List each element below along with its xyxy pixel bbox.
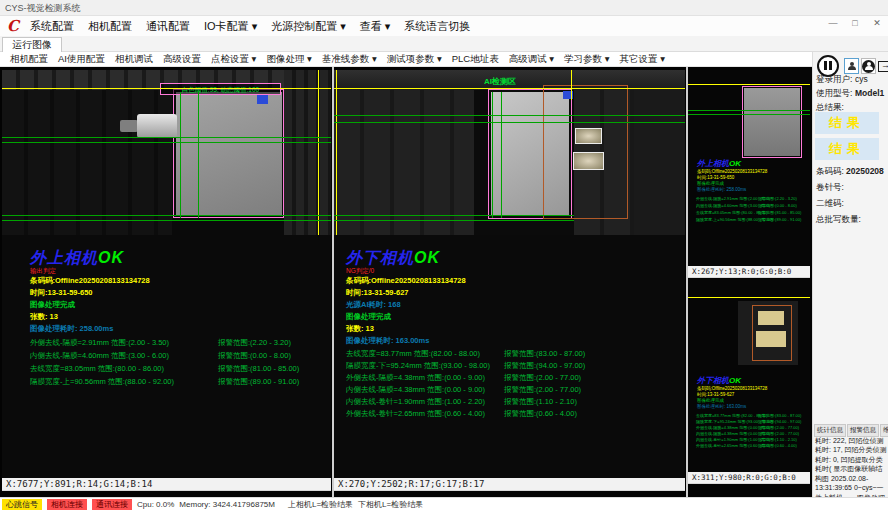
measurement-row: 隔膜宽度-下=95.24mm 范围:(93.00 - 98.00) 报警范围:(… <box>346 361 683 371</box>
tool-other-settings[interactable]: 其它设置 ▾ <box>620 52 665 66</box>
user-dark-icon <box>862 60 875 73</box>
thumbnail-view-bottom[interactable]: 外下相机OK 条码码:Offline20250208133134728 时间:1… <box>688 279 810 472</box>
menu-language-switch[interactable]: 系统语言切换 <box>404 16 470 36</box>
cursor-readout-thumb-bottom: X:311;Y:980;R:0;G:0;B:0 <box>688 472 810 484</box>
camera-title: 外上相机 <box>30 249 98 266</box>
camera-view-bottom[interactable]: AI检测区 外下相机OK NG判定/0 条码码:Offline202502081… <box>334 70 685 478</box>
tool-learning-params[interactable]: 学习参数 ▾ <box>564 52 609 66</box>
cursor-readout-left: X:7677;Y:891;R:14;G:14;B:14 <box>2 478 331 491</box>
tool-advanced-debug[interactable]: 高级调试 ▾ <box>509 52 554 66</box>
pin-number-label: 卷针号: <box>816 182 844 194</box>
mini-alarm: 报警范围:(0.00 - 8.00) <box>758 203 797 208</box>
tool-camera-config[interactable]: 相机配置 <box>10 52 48 66</box>
measurement-value: 内侧去线-隔膜=4.60mm 范围:(3.00 - 6.00) <box>30 351 169 360</box>
mini-measurement: 去线宽度=83.05mm 范围:(80.00 - 86.00) <box>696 210 767 215</box>
tool-advanced-settings[interactable]: 高级设置 <box>163 52 201 66</box>
heartbeat-badge: 心跳信号 <box>2 499 42 510</box>
app-logo-icon: C <box>7 17 19 35</box>
tool-baseline-params[interactable]: 基准线参数 ▾ <box>322 52 377 66</box>
green-hline <box>688 114 810 115</box>
yellow-hline <box>2 88 331 89</box>
mini-alarm: 报警范围:(1.10 - 2.10) <box>758 437 797 442</box>
mini-measurement-row: 外侧去线-隔膜=2.91mm 范围:(2.00 - 3.50) 报警范围:(2.… <box>696 196 809 201</box>
tool-test-item-params[interactable]: 测试项参数 ▾ <box>387 52 442 66</box>
mini-process-time: 图像处理耗时: 258.00ms <box>697 187 746 192</box>
model-value: Model1 <box>855 88 884 98</box>
info-sidebar: 登录用户: cys 使用型号: Model1 总结果: 结果 结果 条码码: 2… <box>812 52 888 497</box>
mini-process-done: 图像处理完成 <box>697 181 724 186</box>
tool-plc-address-table[interactable]: PLC地址表 <box>452 52 499 66</box>
logout-button[interactable] <box>878 58 888 74</box>
result-box-top: 结果 <box>815 112 879 134</box>
minimize-icon[interactable]: — <box>826 18 840 28</box>
process-done-line: 图像处理完成 <box>30 300 75 310</box>
close-icon[interactable]: ✕ <box>870 18 884 28</box>
mini-camera-title: 外下相机 <box>697 376 729 385</box>
result-ok: OK <box>414 249 440 266</box>
memory-usage: Memory: 3424.41796875M <box>179 500 275 509</box>
measurement-row: 隔膜宽度-上=90.56mm 范围:(88.00 - 92.00) 报警范围:(… <box>30 377 329 387</box>
batch-count-label: 总批写数量: <box>816 214 861 226</box>
mini-barcode: 条码码:Offline20250208133134728 <box>697 386 767 391</box>
measurement-row: 外侧去线-卷针=2.65mm 范围:(0.60 - 4.00) 报警范围:(0.… <box>346 409 683 419</box>
mini-alarm: 报警范围:(2.00 - 77.00) <box>758 425 799 430</box>
measurement-value: 隔膜宽度-上=90.56mm 范围:(88.00 - 92.00) <box>30 377 174 386</box>
measurement-alarm: 报警范围:(2.00 - 77.00) <box>504 373 581 383</box>
thumbnail-view-top[interactable]: 外上相机OK 条码码:Offline20250208133134728 时间:1… <box>688 70 810 266</box>
mini-time: 时间:13-31-59-650 <box>697 175 734 180</box>
green-vline <box>501 92 502 218</box>
status-bar: 心跳信号 相机连接 通讯连接 Cpu: 0.0% Memory: 3424.41… <box>0 497 888 511</box>
menu-system-config[interactable]: 系统配置 <box>30 16 74 36</box>
yellow-hline <box>334 88 685 89</box>
menu-view[interactable]: 查看 ▾ <box>360 16 391 36</box>
process-time-line: 图像处理耗时: 163.00ms <box>346 336 429 346</box>
top-camera-status: 上相机L=检验结果 <box>288 499 353 510</box>
green-vline <box>492 92 493 218</box>
menu-light-config[interactable]: 光源控制配置 ▾ <box>271 16 346 36</box>
measurement-row: 内侧去线-隔膜=4.38mm 范围:(0.00 - 9.00) 报警范围:(2.… <box>346 385 683 395</box>
measurement-value: 去线宽度=83.77mm 范围:(82.00 - 88.00) <box>346 349 480 358</box>
menu-comm-config[interactable]: 通讯配置 <box>146 16 190 36</box>
mini-time: 时间:13-31-59-627 <box>697 392 734 397</box>
tool-ai-usage-config[interactable]: AI使用配置 <box>58 52 105 66</box>
detection-rect-pink <box>173 89 284 218</box>
menu-bar: C 系统配置 相机配置 通讯配置 IO卡配置 ▾ 光源控制配置 ▾ 查看 ▾ 系… <box>0 16 888 36</box>
maximize-icon[interactable]: □ <box>848 18 862 28</box>
menu-camera-config[interactable]: 相机配置 <box>88 16 132 36</box>
measurement-alarm: 报警范围:(0.00 - 8.00) <box>218 351 291 361</box>
measurement-value: 内侧去线-隔膜=4.38mm 范围:(0.00 - 9.00) <box>346 385 485 394</box>
camera-view-top[interactable]: 白色阈值:93, 动态阈值:100 外上相机OK 输出判定 条码码:Offlin… <box>2 70 331 478</box>
green-hline <box>334 215 574 216</box>
tool-image-processing[interactable]: 图像处理 ▾ <box>266 52 311 66</box>
ai-time-line: 光源AI耗时: 168 <box>346 300 401 310</box>
measurement-alarm: 报警范围:(2.00 - 77.00) <box>504 385 581 395</box>
time-line: 时间:13-31-59-650 <box>30 288 93 298</box>
user-button[interactable] <box>844 58 859 74</box>
mini-camera-title: 外上相机 <box>697 159 729 168</box>
output-label: NG判定/0 <box>346 267 374 276</box>
tool-spot-check[interactable]: 点检设置 ▾ <box>211 52 256 66</box>
window-controls: — □ ✕ <box>826 18 884 28</box>
tab-run-image[interactable]: 运行图像 <box>2 37 62 52</box>
roller-arm <box>120 120 138 132</box>
result-ok: OK <box>98 249 124 266</box>
account-button[interactable] <box>861 58 876 74</box>
user-label: 登录用户: <box>816 74 852 86</box>
mini-result-ok: OK <box>729 159 741 168</box>
menu-items: 系统配置 相机配置 通讯配置 IO卡配置 ▾ 光源控制配置 ▾ 查看 ▾ 系统语… <box>30 16 470 36</box>
measurement-alarm: 报警范围:(89.00 - 91.00) <box>218 377 299 387</box>
mini-alarm: 报警范围:(94.00 - 97.00) <box>758 419 801 424</box>
user-icon <box>847 62 856 71</box>
green-hline <box>334 220 574 221</box>
mini-alarm: 报警范围:(2.00 - 77.00) <box>758 431 799 436</box>
measurement-row: 去线宽度=83.05mm 范围:(80.00 - 86.00) 报警范围:(81… <box>30 364 329 374</box>
yellow-hline <box>688 84 810 85</box>
yellow-hline <box>688 297 810 298</box>
mini-alarm: 报警范围:(2.20 - 3.20) <box>758 196 797 201</box>
mini-alarm: 报警范围:(0.60 - 4.00) <box>758 443 797 448</box>
tool-camera-debug[interactable]: 相机调试 <box>115 52 153 66</box>
menu-io-config[interactable]: IO卡配置 ▾ <box>204 16 257 36</box>
bright-spot <box>575 128 602 144</box>
machinery-left-region <box>2 90 172 235</box>
threshold-label: 白色阈值:93, 动态阈值:100 <box>160 83 281 95</box>
